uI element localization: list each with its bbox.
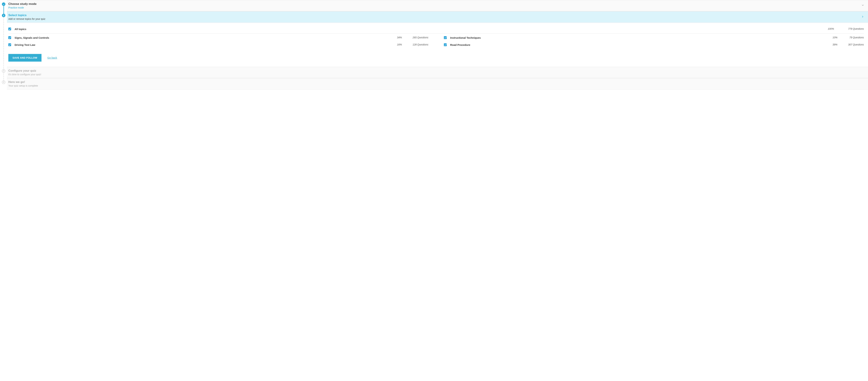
connector — [3, 17, 4, 69]
all-topics-percent: 100% — [822, 27, 834, 31]
step-configure-quiz: 3 Configure your quiz It's time to confi… — [7, 67, 868, 78]
actions-row: SAVE AND FOLLOW Go back — [8, 54, 864, 62]
step-subtitle: Your quiz setup is complete — [8, 84, 38, 88]
step-subtitle: Add or remove topics for your quiz — [8, 18, 45, 21]
topic-label: Signs, Signals and Controls — [14, 36, 390, 39]
step-header[interactable]: Here we go! Your quiz setup is complete — [7, 78, 868, 89]
all-topics-label: All topics — [14, 27, 820, 31]
step-select-topics: 2 Select topics Add or remove topics for… — [7, 11, 868, 67]
connector — [3, 72, 4, 81]
step-subtitle: It's time to configure your quiz! — [8, 73, 41, 76]
chevron-right-icon — [862, 15, 864, 19]
topic-label: Driving Test Law — [14, 43, 390, 47]
connector — [3, 6, 4, 14]
topic-row: Driving Test Law 16% 128 Questions — [8, 43, 428, 47]
all-topics-checkbox[interactable] — [8, 28, 11, 30]
topic-count: 128 Questions — [404, 43, 428, 46]
topic-row: Instructional Techniques 10% 79 Question… — [444, 36, 864, 39]
topic-percent: 39% — [827, 43, 837, 46]
check-icon — [3, 3, 5, 5]
topic-count: 79 Questions — [840, 36, 864, 39]
step-marker-check — [2, 2, 5, 6]
topic-label: Road Procedure — [450, 43, 825, 47]
save-button[interactable]: SAVE AND FOLLOW — [8, 54, 41, 62]
step-title: Here we go! — [8, 80, 38, 84]
topic-label: Instructional Techniques — [450, 36, 825, 39]
step-marker-2: 2 — [2, 14, 5, 17]
all-topics-row: All topics 100% 779 Questions — [8, 26, 864, 33]
topic-percent: 34% — [392, 36, 402, 39]
topic-checkbox[interactable] — [444, 36, 447, 39]
all-topics-count: 779 Questions — [836, 27, 864, 31]
step-done: 4 Here we go! Your quiz setup is complet… — [7, 78, 868, 89]
topics-grid: Signs, Signals and Controls 34% 265 Ques… — [8, 36, 864, 47]
step-header[interactable]: Configure your quiz It's time to configu… — [7, 67, 868, 78]
topic-checkbox[interactable] — [8, 36, 11, 39]
step-subtitle: Practice mode — [8, 6, 36, 9]
topic-checkbox[interactable] — [444, 43, 447, 46]
step-title: Configure your quiz — [8, 69, 41, 73]
topic-percent: 10% — [827, 36, 837, 39]
step-marker-4: 4 — [2, 81, 5, 84]
topic-checkbox[interactable] — [8, 43, 11, 46]
go-back-link[interactable]: Go back — [48, 56, 57, 60]
step-header[interactable]: Select topics Add or remove topics for y… — [7, 11, 868, 23]
chevron-down-icon — [862, 4, 864, 7]
step-title: Choose study mode — [8, 2, 36, 6]
step-marker-3: 3 — [2, 69, 5, 73]
step-choose-mode: Choose study mode Practice mode — [7, 0, 868, 11]
step-header[interactable]: Choose study mode Practice mode — [7, 0, 868, 11]
topic-row: Road Procedure 39% 307 Questions — [444, 43, 864, 47]
step-title: Select topics — [8, 13, 45, 18]
topic-percent: 16% — [392, 43, 402, 46]
topic-count: 307 Questions — [840, 43, 864, 46]
topic-row: Signs, Signals and Controls 34% 265 Ques… — [8, 36, 428, 39]
quiz-wizard: Choose study mode Practice mode 2 Select… — [0, 0, 868, 90]
step-body: All topics 100% 779 Questions Signs, Sig… — [7, 23, 868, 67]
topic-count: 265 Questions — [404, 36, 428, 39]
